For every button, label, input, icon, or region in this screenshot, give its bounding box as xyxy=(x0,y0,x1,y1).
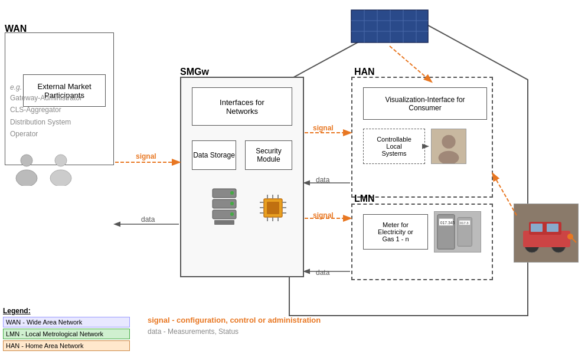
svg-text:017.345: 017.345 xyxy=(440,221,455,225)
server-icon-visual xyxy=(210,186,239,227)
legend-title: Legend: xyxy=(3,307,130,315)
svg-point-12 xyxy=(50,170,71,186)
svg-point-38 xyxy=(442,135,455,149)
svg-rect-22 xyxy=(214,220,234,225)
signal-label-2: signal xyxy=(313,124,334,132)
svg-rect-24 xyxy=(267,202,279,214)
security-module-box: Security Module xyxy=(245,140,292,170)
legend-lmn: LMN - Local Metrological Network xyxy=(3,329,130,339)
svg-point-11 xyxy=(55,155,67,166)
solar-panel xyxy=(348,7,431,45)
cls-label: ControllableLocalSystems xyxy=(377,136,411,157)
interfaces-label: Interfaces forNetworks xyxy=(220,98,264,116)
signal-label-3: signal xyxy=(313,211,334,219)
legend-han: HAN - Home Area Network xyxy=(3,340,130,351)
data-label-2: data xyxy=(141,215,155,224)
svg-point-39 xyxy=(439,151,459,164)
svg-point-18 xyxy=(230,202,234,205)
interfaces-box: Interfaces forNetworks xyxy=(192,87,292,126)
svg-point-9 xyxy=(21,155,32,166)
data-label-3: data xyxy=(316,268,329,277)
user-icon-2 xyxy=(49,153,73,186)
svg-rect-51 xyxy=(531,224,543,232)
svg-point-15 xyxy=(230,191,234,195)
signal-label-1: signal xyxy=(136,152,156,160)
lmn-label: LMN xyxy=(354,194,375,204)
eg-label: e.g. xyxy=(10,83,22,91)
signal-legend-text: signal - configuration, control or admin… xyxy=(148,316,549,324)
participants-list: Gateway-Administrator CLS-Aggregator Dis… xyxy=(10,92,82,140)
legend-box: Legend: WAN - Wide Area Network LMN - Lo… xyxy=(3,307,130,352)
meter-device-visual: 017.345 017.3 xyxy=(434,211,481,252)
data-storage-label: Data Storage xyxy=(193,151,235,159)
svg-line-62 xyxy=(493,174,517,215)
diagram-container: WAN External MarketParticipants e.g. Gat… xyxy=(0,0,588,364)
participant-1: Gateway-Administrator xyxy=(10,92,82,104)
cls-box: ControllableLocalSystems xyxy=(363,129,425,164)
meter-label: Meter forElectricity orGas 1 - n xyxy=(378,221,413,242)
security-module-label: Security Module xyxy=(246,147,292,163)
svg-rect-52 xyxy=(547,224,558,232)
participant-3: Distribution SystemOperator xyxy=(10,116,82,140)
legend-wan: WAN - Wide Area Network xyxy=(3,317,130,327)
svg-text:017.3: 017.3 xyxy=(460,221,469,225)
participant-2: CLS-Aggregator xyxy=(10,104,82,116)
svg-point-10 xyxy=(16,170,37,186)
person-image xyxy=(431,129,466,164)
data-storage-box: Data Storage xyxy=(192,140,236,170)
han-label: HAN xyxy=(354,67,375,77)
viz-interface-box: Visualization-Interface forConsumer xyxy=(363,87,487,120)
user-icons xyxy=(15,153,73,186)
ev-image xyxy=(514,204,579,263)
meter-box: Meter forElectricity orGas 1 - n xyxy=(363,214,428,250)
chip-icon-visual xyxy=(257,192,289,224)
data-legend-text: data - Measurements, Status xyxy=(148,327,549,336)
bottom-legend: signal - configuration, control or admin… xyxy=(148,316,549,336)
svg-line-61 xyxy=(390,46,431,81)
wan-box: External MarketParticipants e.g. Gateway… xyxy=(5,32,114,165)
svg-point-21 xyxy=(230,212,234,216)
smgw-label: SMGw xyxy=(180,67,209,77)
user-icon-1 xyxy=(15,153,38,186)
viz-interface-label: Visualization-Interface forConsumer xyxy=(385,96,465,112)
data-label-1: data xyxy=(316,176,329,184)
